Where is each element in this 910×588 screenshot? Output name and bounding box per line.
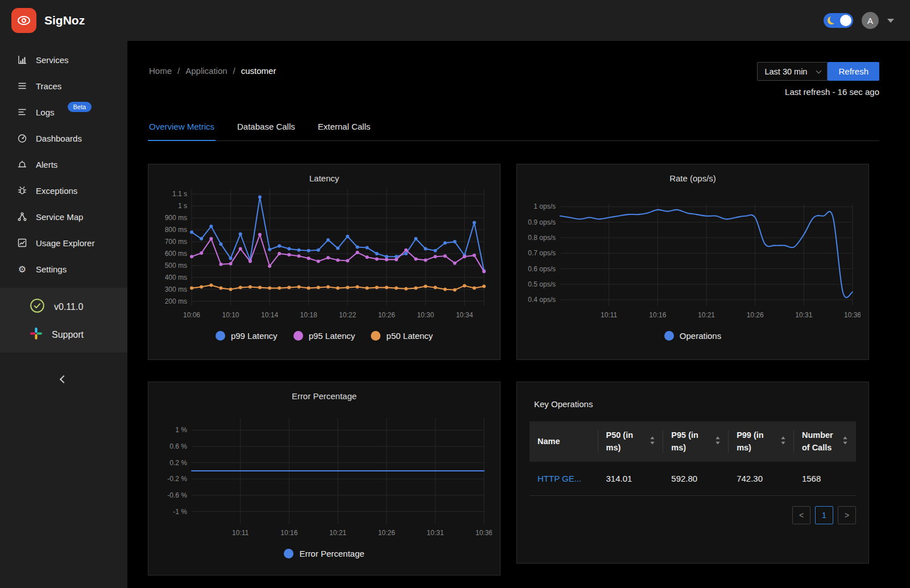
error-percentage-chart: 1 %0.6 %0.2 %-0.2 %-0.6 %-1 %10:1110:161… bbox=[155, 402, 494, 543]
y-tick-label: 400 ms bbox=[165, 274, 187, 281]
x-tick-label: 10:10 bbox=[222, 311, 239, 319]
error-plot: 1 %0.6 %0.2 %-0.2 %-0.6 %-1 %10:1110:161… bbox=[155, 402, 492, 541]
metric-cell: 1568 bbox=[794, 462, 856, 496]
refresh-button[interactable]: Refresh bbox=[828, 62, 879, 81]
table-header-row: NameP50 (in ms)P95 (in ms)P99 (in ms)Num… bbox=[530, 421, 856, 462]
sidebar-item-traces[interactable]: Traces bbox=[0, 73, 127, 99]
sidebar-item-label: Dashboards bbox=[36, 134, 82, 143]
panels-grid: Latency 1.1 s1 s900 ms800 ms700 ms600 ms… bbox=[148, 164, 879, 575]
key-operations-panel: Key Operations NameP50 (in ms)P95 (in ms… bbox=[516, 382, 869, 564]
legend-item-p50-latency[interactable]: p50 Latency bbox=[371, 331, 433, 341]
sidebar-item-label: Service Map bbox=[36, 212, 83, 222]
sidebar-item-label: Exceptions bbox=[36, 186, 77, 196]
rate-title: Rate (ops/s) bbox=[517, 173, 868, 183]
y-tick-label: 0.4 ops/s bbox=[528, 296, 556, 304]
breadcrumb-application[interactable]: Application bbox=[185, 66, 227, 76]
y-tick-label: 0.6 % bbox=[169, 442, 187, 450]
sidebar-item-usage-explorer[interactable]: Usage Explorer bbox=[0, 230, 127, 256]
y-tick-label: -1 % bbox=[173, 508, 187, 516]
sidebar-item-label: Services bbox=[36, 55, 69, 65]
chevron-left-icon bbox=[60, 375, 68, 383]
y-tick-label: 300 ms bbox=[165, 285, 187, 293]
pagination-next-button[interactable]: > bbox=[838, 506, 856, 524]
dashboard-gauge-icon bbox=[17, 133, 27, 143]
legend-dot bbox=[293, 331, 303, 341]
time-controls: Last 30 min Refresh Last refresh - 16 se… bbox=[757, 62, 879, 97]
sidebar-item-logs[interactable]: LogsBeta bbox=[0, 99, 127, 125]
tab-database-calls[interactable]: Database Calls bbox=[236, 122, 296, 140]
table-row: HTTP GE...314.01592.80742.301568 bbox=[530, 462, 856, 496]
key-operations-title: Key Operations bbox=[534, 399, 851, 409]
sidebar-item-label: Alerts bbox=[36, 160, 57, 169]
column-header-p95-in-ms[interactable]: P95 (in ms) bbox=[663, 421, 729, 462]
legend-item-p99-latency[interactable]: p99 Latency bbox=[216, 331, 278, 341]
bug-icon bbox=[17, 185, 27, 196]
avatar[interactable]: A bbox=[862, 12, 879, 29]
x-tick-label: 10:36 bbox=[844, 311, 861, 319]
y-tick-label: 500 ms bbox=[165, 262, 187, 270]
sidebar-item-dashboards[interactable]: Dashboards bbox=[0, 125, 127, 151]
column-header-label: Name bbox=[537, 435, 560, 448]
rate-panel: Rate (ops/s) 1 ops/s0.9 ops/s0.8 ops/s0.… bbox=[516, 164, 869, 360]
operation-link[interactable]: HTTP GE... bbox=[537, 474, 581, 483]
column-header-inner: Name bbox=[537, 435, 590, 448]
sidebar-item-service-map[interactable]: Service Map bbox=[0, 204, 127, 230]
check-circle-icon bbox=[30, 298, 45, 316]
sidebar-item-settings[interactable]: ⚙Settings bbox=[0, 256, 127, 282]
time-range-select[interactable]: Last 30 min bbox=[757, 62, 828, 81]
alarm-bell-icon bbox=[17, 159, 27, 169]
theme-toggle[interactable] bbox=[824, 13, 853, 28]
bar-chart-icon bbox=[17, 55, 27, 65]
y-tick-label: 700 ms bbox=[165, 238, 187, 246]
align-lines-icon bbox=[17, 81, 27, 91]
legend-item-operations[interactable]: Operations bbox=[664, 331, 721, 341]
column-header-p99-in-ms[interactable]: P99 (in ms) bbox=[729, 421, 794, 462]
sidebar-nav: ServicesTracesLogsBetaDashboardsAlertsEx… bbox=[0, 41, 127, 282]
legend-item-p95-latency[interactable]: p95 Latency bbox=[293, 331, 355, 341]
legend-label: p95 Latency bbox=[309, 331, 355, 341]
tab-overview-metrics[interactable]: Overview Metrics bbox=[148, 122, 216, 141]
y-tick-label: 200 ms bbox=[165, 297, 187, 305]
metric-cell: 592.80 bbox=[663, 462, 729, 496]
tabs-bar: Overview MetricsDatabase CallsExternal C… bbox=[148, 122, 879, 141]
legend-item-error-percentage[interactable]: Error Percentage bbox=[284, 549, 364, 558]
sidebar-collapse-button[interactable] bbox=[0, 376, 127, 382]
main-content: Home/Application/customer Last 30 min Re… bbox=[127, 41, 910, 588]
x-tick-label: 10:11 bbox=[232, 529, 249, 537]
time-controls-row: Last 30 min Refresh bbox=[757, 62, 879, 81]
legend-dot bbox=[371, 331, 380, 341]
breadcrumb-home[interactable]: Home bbox=[149, 66, 172, 76]
tab-external-calls[interactable]: External Calls bbox=[317, 122, 372, 140]
rate-legend: Operations bbox=[517, 331, 868, 341]
log-lines-icon bbox=[17, 107, 27, 117]
metric-cell: 314.01 bbox=[598, 462, 664, 496]
version-row[interactable]: v0.11.0 bbox=[0, 292, 127, 321]
sidebar-item-services[interactable]: Services bbox=[0, 47, 127, 73]
x-tick-label: 10:26 bbox=[378, 529, 395, 537]
pagination-prev-button[interactable]: < bbox=[792, 506, 810, 524]
latency-legend: p99 Latencyp95 Latencyp50 Latency bbox=[148, 331, 500, 341]
column-header-p50-in-ms[interactable]: P50 (in ms) bbox=[598, 421, 664, 462]
last-refresh-text: Last refresh - 16 sec ago bbox=[785, 87, 879, 97]
sidebar-item-exceptions[interactable]: Exceptions bbox=[0, 177, 127, 204]
sort-icon bbox=[842, 436, 848, 447]
latency-plot: 1.1 s1 s900 ms800 ms700 ms600 ms500 ms40… bbox=[155, 184, 492, 323]
moon-icon bbox=[828, 16, 835, 24]
operation-name-cell: HTTP GE... bbox=[530, 462, 598, 496]
support-row[interactable]: Support bbox=[0, 321, 127, 348]
gear-icon: ⚙ bbox=[17, 264, 27, 274]
column-header-number-of-calls[interactable]: Number of Calls bbox=[794, 421, 856, 462]
column-header-inner: P95 (in ms) bbox=[671, 429, 721, 454]
y-tick-label: -0.2 % bbox=[167, 475, 187, 483]
legend-label: p99 Latency bbox=[231, 331, 278, 341]
column-header-label: P99 (in ms) bbox=[737, 429, 776, 454]
line-chart-icon bbox=[17, 238, 27, 248]
pagination-page-1-button[interactable]: 1 bbox=[815, 506, 833, 524]
column-header-inner: Number of Calls bbox=[802, 429, 848, 454]
sidebar-item-alerts[interactable]: Alerts bbox=[0, 151, 127, 177]
breadcrumb-separator: / bbox=[177, 66, 180, 76]
version-label: v0.11.0 bbox=[54, 302, 83, 312]
chevron-down-icon[interactable] bbox=[887, 19, 894, 23]
x-tick-label: 10:21 bbox=[329, 529, 346, 537]
sidebar-footer-section: v0.11.0 Support bbox=[0, 288, 127, 353]
